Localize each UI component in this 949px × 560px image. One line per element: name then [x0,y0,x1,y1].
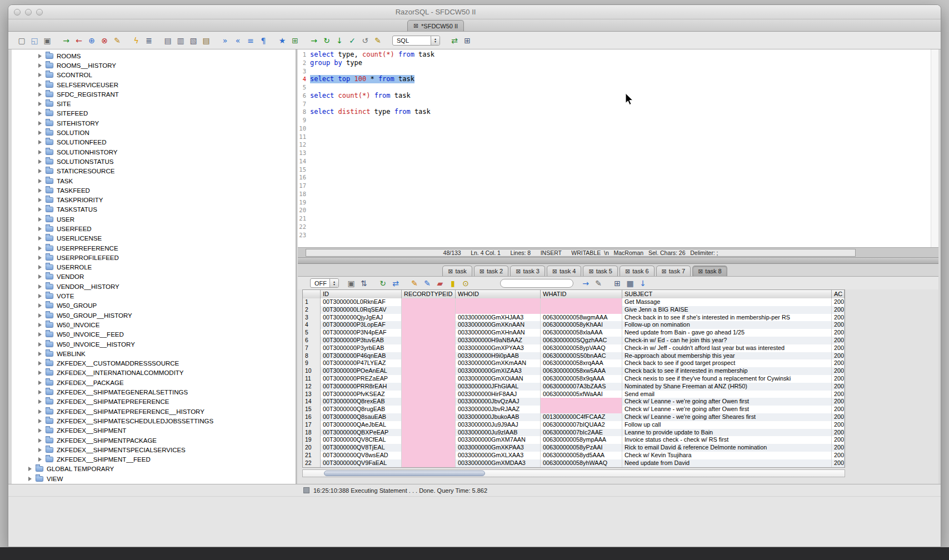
column-header-id[interactable]: ID [321,290,402,298]
results-tab-task-7[interactable]: ⊠task 7 [656,266,691,276]
disclosure-triangle-icon[interactable] [38,227,42,231]
disclosure-triangle-icon[interactable] [38,390,42,394]
tree-item[interactable]: ZKFEDEX__SHIPMENT [12,426,296,436]
tree-item[interactable]: ZKFEDEX__SHIPMATESCHEDULEDJOBSSETTINGS [12,416,296,426]
disclosure-triangle-icon[interactable] [38,457,42,462]
document-tab[interactable]: ⊠ *SFDCW50 II [407,20,464,31]
close-icon[interactable]: ⊠ [448,268,453,274]
tree-item[interactable]: W50_GROUP__HISTORY [12,311,296,320]
table-row[interactable]: 1400T3000000Q8rexEAB0033000000JbvQzAAJCh… [303,398,845,406]
tree-item[interactable]: ZKFEDEX__SHIPMENTSPECIALSERVICES [12,445,296,454]
disclosure-triangle-icon[interactable] [38,438,42,443]
table-row[interactable]: 400T3000000P3LopEAF0033000000GmXKnAAN006… [303,321,845,329]
splitter[interactable] [298,257,938,264]
highlight-icon[interactable]: ▮ [447,278,458,289]
tree-item[interactable]: TASKPRIORITY [12,195,296,204]
tree-item[interactable]: USERLICENSE [12,234,296,243]
table-row[interactable]: 800T3000000P46qnEAB0033000000H9i0pAAB006… [303,352,845,360]
new-file-icon[interactable]: ▢ [16,35,27,46]
notes-icon[interactable]: ✎ [372,35,383,46]
table-row[interactable]: 1100T3000000PREZaEAP0033000000GmXOiAAN00… [303,375,845,383]
tree-item[interactable]: SITEHISTORY [12,118,296,128]
delete-connection-icon[interactable]: ⊗ [99,35,110,46]
tree-item[interactable]: USERPROFILEFEED [12,253,296,262]
disclosure-triangle-icon[interactable] [38,83,42,87]
tree-item[interactable]: TASKSTATUS [12,205,296,214]
tree-item[interactable]: USERPREFERENCE [12,243,296,253]
tree-item[interactable]: W50_INVOICE__FEED [12,330,296,339]
column-header-whatid[interactable]: WHATID [541,290,622,298]
check-syntax-icon[interactable]: ✓ [347,35,358,46]
search-input[interactable] [500,279,573,288]
disclosure-triangle-icon[interactable] [38,198,42,202]
results-tab-task-5[interactable]: ⊠task 5 [583,266,618,276]
table-row[interactable]: 300T3000000QjyJgEAJ0033000000GmXHJAA3006… [303,314,845,322]
close-icon[interactable]: ⊠ [480,268,485,274]
tree-item[interactable]: SELFSERVICEUSER [12,80,296,89]
tree-item[interactable]: TASKFEED [12,186,296,195]
tree-item[interactable]: SCONTROL [12,71,296,80]
table-row[interactable]: 600T3000000P3tuvEAB0033000000H9aNBAAZ006… [303,337,845,344]
table-row[interactable]: 900T3000000P47LYEAZ0033000000GmXKmAAN006… [303,359,845,367]
export-down-icon[interactable]: ↓ [637,278,648,289]
disclosure-triangle-icon[interactable] [38,428,42,433]
disclosure-triangle-icon[interactable] [38,131,42,135]
table-row[interactable]: 1600T3000000Q8sauEAB0033000000JbukoAAB00… [303,413,845,421]
table-row[interactable]: 1900T3000000QV8CfEAL0033000000GmXM7AAN00… [303,436,845,444]
database-tree[interactable]: ROOMSROOMS__HISTORYSCONTROLSELFSERVICEUS… [12,49,297,484]
go-icon[interactable]: → [580,278,591,289]
tree-item[interactable]: VOTE [12,291,296,301]
table-row[interactable]: 1500T3000000Q8rugEAB0033000000JbvRJAAZCh… [303,406,845,413]
table-row[interactable]: 1300T3000000PfvKSEAZ0033000000HirF8AAJ00… [303,391,845,398]
tree-item[interactable]: USERROLE [12,263,296,272]
disclosure-triangle-icon[interactable] [38,236,42,241]
outdent-icon[interactable]: « [232,35,243,46]
grid-view-icon[interactable]: ▦ [625,278,636,289]
close-icon[interactable]: ⊠ [413,23,418,29]
disclosure-triangle-icon[interactable] [38,419,42,423]
disclosure-triangle-icon[interactable] [38,399,42,404]
tree-item[interactable]: SITE [12,99,296,108]
close-icon[interactable]: ⊠ [588,268,593,274]
table-row[interactable]: 100T3000000L0RknEAFGet Massage200 [303,298,845,306]
close-icon[interactable]: ⊠ [662,268,667,274]
grid-copy-icon[interactable]: ⊞ [612,278,623,289]
undo-icon[interactable]: ↺ [359,35,371,46]
h-scrollbar-thumb[interactable] [324,471,485,476]
disclosure-triangle-icon[interactable] [38,159,42,164]
refresh-results-icon[interactable]: ↻ [377,278,388,289]
disclosure-triangle-icon[interactable] [38,342,42,347]
disclosure-triangle-icon[interactable] [38,246,42,251]
edit-row-icon[interactable]: ✎ [422,278,433,289]
disclosure-triangle-icon[interactable] [38,217,42,222]
disclosure-triangle-icon[interactable] [38,361,42,366]
disclosure-triangle-icon[interactable] [38,274,42,279]
stepper-icon[interactable]: ▴▾ [431,36,439,45]
disclosure-triangle-icon[interactable] [38,381,42,385]
results-tab-task[interactable]: ⊠task [442,266,472,276]
favorites-icon[interactable]: ★ [277,35,288,46]
table-row[interactable]: 2200T3000000QV9FaEAL0033000000GmXMDAA300… [303,459,845,467]
disclosure-triangle-icon[interactable] [38,54,42,58]
align-icon[interactable]: ≡ [245,35,256,46]
tree-item[interactable]: SOLUTIONFEED [12,138,296,147]
new-connection-icon[interactable]: ⊕ [86,35,97,46]
sort-filter-icon[interactable]: ⇅ [358,278,369,289]
tree-item[interactable]: W50_INVOICE [12,320,296,329]
tree-item[interactable]: ZKFEDEX__SHIPMENT__FEED [12,454,296,464]
copy-icon[interactable]: ▤ [162,35,173,46]
column-header-whoid[interactable]: WHOID [456,290,541,298]
tree-item[interactable]: ROOMS [12,51,296,61]
close-button[interactable] [14,9,21,16]
disclosure-triangle-icon[interactable] [38,73,42,77]
table-row[interactable]: 1800T3000000QBXPeEAP0033000000Ju9zIAAB00… [303,429,845,437]
tree-item[interactable]: ZKFEDEX__SHIPMATEGENERALSETTINGS [12,387,296,397]
tree-item[interactable]: VIEW [12,474,296,483]
disclosure-triangle-icon[interactable] [38,352,42,356]
tree-item[interactable]: TASK [12,176,296,186]
disclosure-triangle-icon[interactable] [38,284,42,289]
edit-cell-icon[interactable]: ✎ [409,278,420,289]
disclosure-triangle-icon[interactable] [38,188,42,193]
execute-icon[interactable]: → [308,35,319,46]
disclosure-triangle-icon[interactable] [38,63,42,68]
